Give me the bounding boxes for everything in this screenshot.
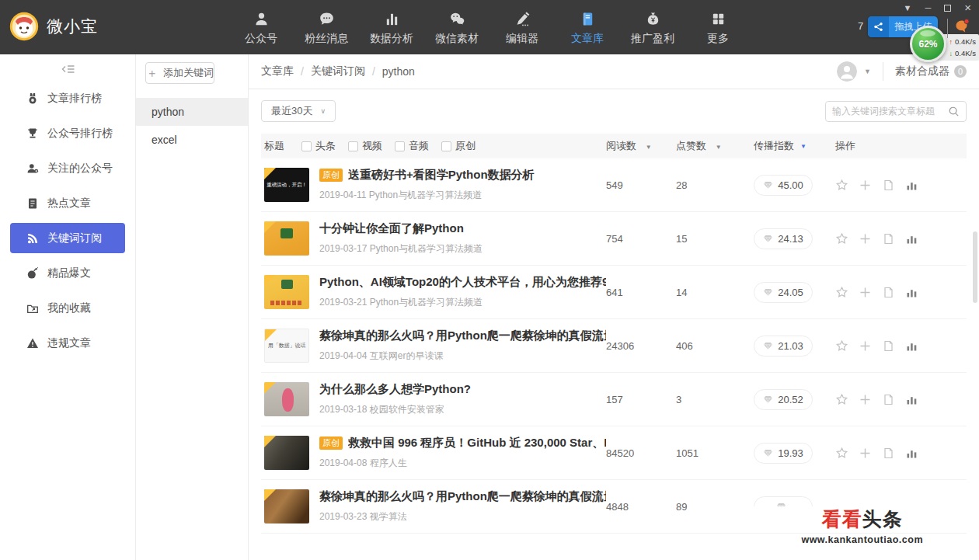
nav-item-4[interactable]: 微信素材: [424, 9, 490, 46]
article-thumbnail[interactable]: [264, 436, 309, 470]
table-row[interactable]: 十分钟让你全面了解Python2019-03-17 Python与机器学习算法频…: [261, 212, 967, 266]
avatar[interactable]: [837, 61, 857, 82]
scrollbar-thumb[interactable]: [973, 231, 977, 303]
article-thumbnail[interactable]: 用「数据」说话: [264, 329, 309, 363]
analytics-button[interactable]: [905, 286, 918, 299]
sidebar-item-4[interactable]: 热点文章: [0, 186, 135, 221]
article-title[interactable]: Python、AI领域Top20的个人技术平台，用心为您推荐9个…: [319, 275, 606, 290]
sort-likes-icon[interactable]: ▼: [716, 144, 722, 151]
breadcrumb-item[interactable]: python: [382, 65, 415, 78]
keyword-item[interactable]: python: [136, 98, 248, 126]
nav-item-7[interactable]: 推广盈利: [620, 9, 685, 46]
nav-item-2[interactable]: 粉丝消息: [294, 9, 359, 46]
article-thumbnail[interactable]: [264, 382, 309, 416]
maximize-icon[interactable]: [944, 5, 951, 12]
sidebar-item-5[interactable]: 关键词订阅: [10, 223, 125, 253]
nav-item-label: 微信素材: [424, 32, 490, 46]
article-thumbnail[interactable]: 重磅活动，开启！: [264, 168, 309, 202]
search-icon[interactable]: [948, 106, 960, 117]
sidebar-item-6[interactable]: 精品爆文: [0, 256, 135, 290]
article-title[interactable]: 送重磅好书+看图学Python数据分析: [348, 168, 535, 183]
gem-icon: [763, 181, 773, 190]
collapse-sidebar-icon[interactable]: [61, 64, 75, 75]
editor-icon: [490, 9, 555, 30]
filter-checkbox-音频[interactable]: 音频: [395, 139, 429, 153]
filter-checkbox-视频[interactable]: 视频: [348, 139, 382, 153]
sidebar-item-3[interactable]: 关注的公众号: [0, 151, 135, 186]
search-input[interactable]: [832, 106, 948, 117]
add-keyword-button[interactable]: ＋ 添加关键词: [145, 62, 214, 84]
article-thumbnail[interactable]: [264, 275, 309, 309]
minimize-icon[interactable]: ─: [925, 3, 931, 12]
filter-checkbox-头条[interactable]: 头条: [301, 139, 336, 153]
add-button[interactable]: [859, 232, 872, 245]
nav-item-8[interactable]: 更多: [685, 9, 751, 46]
keyword-item[interactable]: excel: [136, 126, 248, 154]
close-icon[interactable]: ×: [964, 3, 971, 12]
nav-item-label: 编辑器: [490, 32, 555, 46]
table-row[interactable]: 为什么那么多人想学Python?2019-03-18 校园软件安装管家15732…: [261, 373, 967, 426]
copy-button[interactable]: [882, 447, 895, 460]
table-row[interactable]: 用「数据」说话蔡徐坤真的那么火吗？用Python爬一爬蔡徐坤的真假流量粉...2…: [261, 319, 967, 373]
add-button[interactable]: [859, 447, 872, 460]
favorite-button[interactable]: [835, 232, 848, 245]
checkbox[interactable]: [301, 141, 312, 151]
favorite-button[interactable]: [835, 179, 848, 192]
article-thumbnail[interactable]: [264, 221, 309, 256]
menu-caret-icon[interactable]: ▼: [904, 3, 912, 12]
copy-button[interactable]: [882, 339, 895, 353]
add-button[interactable]: [859, 393, 872, 406]
material-composer-button[interactable]: 素材合成器 0: [895, 64, 967, 78]
sidebar-item-2[interactable]: 公众号排行榜: [0, 116, 135, 151]
analytics-button[interactable]: [905, 339, 918, 353]
table-row[interactable]: 重磅活动，开启！原创送重磅好书+看图学Python数据分析2019-04-11 …: [261, 158, 967, 212]
sidebar-item-8[interactable]: 违规文章: [0, 325, 135, 360]
sort-index-icon[interactable]: ▼: [800, 143, 807, 150]
notification-bubble-icon[interactable]: [954, 18, 970, 35]
analytics-button[interactable]: [905, 179, 918, 192]
analytics-button[interactable]: [905, 232, 918, 245]
article-title[interactable]: 救救中国 996 程序员！GitHub 近 230,000 Star、Pyth.…: [348, 436, 606, 450]
copy-button[interactable]: [882, 393, 895, 406]
optimizer-ball[interactable]: 62%: [910, 26, 946, 62]
add-button[interactable]: [859, 339, 872, 353]
copy-button[interactable]: [882, 286, 895, 299]
add-button[interactable]: [859, 179, 872, 192]
breadcrumb-item[interactable]: 文章库: [261, 64, 294, 78]
breadcrumb-item[interactable]: 关键词订阅: [311, 64, 365, 78]
article-title[interactable]: 蔡徐坤真的那么火吗？用Python爬一爬蔡徐坤的真假流量粉...: [319, 489, 606, 504]
favorite-button[interactable]: [835, 447, 848, 460]
checkbox[interactable]: [348, 141, 358, 151]
sidebar-item-7[interactable]: 我的收藏: [0, 290, 135, 325]
sidebar-item-1[interactable]: 文章排行榜: [0, 81, 135, 116]
copy-button[interactable]: [882, 179, 895, 192]
article-title[interactable]: 十分钟让你全面了解Python: [319, 221, 464, 236]
actions-column-header: 操作: [835, 139, 967, 153]
article-title[interactable]: 蔡徐坤真的那么火吗？用Python爬一爬蔡徐坤的真假流量粉...: [319, 329, 606, 343]
copy-button[interactable]: [882, 232, 895, 245]
favorite-button[interactable]: [835, 339, 848, 353]
add-keyword-label: 添加关键词: [163, 66, 214, 80]
sort-reads-icon[interactable]: ▼: [646, 144, 652, 151]
analytics-button[interactable]: [905, 447, 918, 460]
favorite-button[interactable]: [835, 286, 848, 299]
chevron-down-icon[interactable]: ▼: [864, 68, 871, 75]
nav-item-5[interactable]: 编辑器: [490, 9, 555, 46]
filter-checkbox-原创[interactable]: 原创: [441, 139, 476, 153]
date-range-dropdown[interactable]: 最近30天 ∨: [261, 100, 336, 122]
nav-item-3[interactable]: 数据分析: [359, 9, 424, 46]
checkbox[interactable]: [395, 141, 405, 151]
nav-item-6[interactable]: 文章库: [555, 9, 620, 46]
nav-item-1[interactable]: 公众号: [228, 9, 294, 46]
spread-index-value: 45.00: [778, 179, 803, 191]
analytics-button[interactable]: [905, 393, 918, 406]
favorite-button[interactable]: [835, 393, 848, 406]
search-box[interactable]: [825, 101, 967, 122]
article-title[interactable]: 为什么那么多人想学Python?: [319, 382, 471, 397]
add-button[interactable]: [859, 286, 872, 299]
article-thumbnail[interactable]: [264, 489, 309, 523]
table-row[interactable]: 原创救救中国 996 程序员！GitHub 近 230,000 Star、Pyt…: [261, 426, 967, 480]
checkbox[interactable]: [441, 141, 451, 151]
watermark-brand-dark: 头条: [862, 508, 903, 530]
table-row[interactable]: Python、AI领域Top20的个人技术平台，用心为您推荐9个…2019-03…: [261, 266, 967, 319]
